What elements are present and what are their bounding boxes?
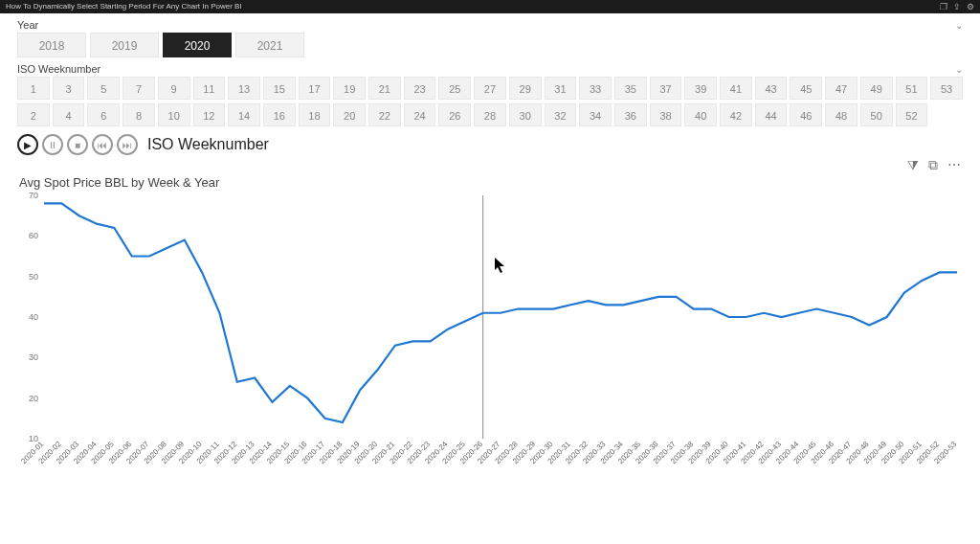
topbar-icon-1[interactable]: ❐ bbox=[940, 0, 947, 13]
year-option-2019[interactable]: 2019 bbox=[90, 33, 159, 57]
chevron-down-icon[interactable]: ⌄ bbox=[955, 64, 963, 75]
week-option-16[interactable]: 16 bbox=[263, 103, 296, 126]
line-chart: 102030405060702020-012020-022020-032020-… bbox=[17, 190, 963, 492]
week-option-27[interactable]: 27 bbox=[474, 77, 506, 100]
week-option-1[interactable]: 1 bbox=[17, 77, 50, 100]
week-option-24[interactable]: 24 bbox=[404, 103, 436, 126]
chart-title: Avg Spot Price BBL by Week & Year bbox=[19, 175, 963, 190]
week-option-23[interactable]: 23 bbox=[404, 77, 436, 100]
week-option-30[interactable]: 30 bbox=[509, 103, 542, 126]
week-option-43[interactable]: 43 bbox=[755, 77, 788, 100]
week-option-6[interactable]: 6 bbox=[87, 103, 120, 126]
week-option-9[interactable]: 9 bbox=[158, 77, 190, 100]
week-option-41[interactable]: 41 bbox=[720, 77, 752, 100]
week-option-50[interactable]: 50 bbox=[860, 103, 893, 126]
week-option-5[interactable]: 5 bbox=[87, 77, 120, 100]
week-option-31[interactable]: 31 bbox=[545, 77, 577, 100]
week-option-19[interactable]: 19 bbox=[333, 77, 366, 100]
svg-text:50: 50 bbox=[29, 272, 38, 282]
week-option-38[interactable]: 38 bbox=[650, 103, 682, 126]
week-option-46[interactable]: 46 bbox=[790, 103, 822, 126]
topbar-icon-3[interactable]: ⚙ bbox=[967, 0, 974, 13]
week-option-33[interactable]: 33 bbox=[579, 77, 612, 100]
play-icon[interactable]: ▶ bbox=[17, 134, 38, 155]
prev-icon[interactable]: ⏮ bbox=[92, 134, 113, 155]
svg-text:20: 20 bbox=[29, 394, 38, 403]
year-option-2018[interactable]: 2018 bbox=[17, 33, 86, 57]
week-option-53[interactable]: 53 bbox=[930, 77, 963, 100]
week-option-14[interactable]: 14 bbox=[228, 103, 260, 126]
svg-text:70: 70 bbox=[29, 191, 38, 200]
topbar-icon-2[interactable]: ⇪ bbox=[953, 0, 961, 13]
week-option-52[interactable]: 52 bbox=[896, 103, 928, 126]
video-title: How To Dynamically Select Starting Perio… bbox=[6, 0, 242, 13]
svg-text:30: 30 bbox=[29, 352, 38, 362]
filter-icon[interactable]: ⧩ bbox=[907, 157, 919, 173]
svg-text:60: 60 bbox=[29, 231, 38, 240]
week-option-17[interactable]: 17 bbox=[299, 77, 331, 100]
play-axis-label: ISO Weeknumber bbox=[147, 136, 269, 153]
week-slicer: 1357911131517192123252729313335373941434… bbox=[17, 77, 963, 126]
week-option-26[interactable]: 26 bbox=[438, 103, 471, 126]
week-option-20[interactable]: 20 bbox=[333, 103, 366, 126]
week-option-18[interactable]: 18 bbox=[299, 103, 331, 126]
next-icon[interactable]: ⏭ bbox=[117, 134, 138, 155]
week-option-51[interactable]: 51 bbox=[896, 77, 928, 100]
week-option-39[interactable]: 39 bbox=[684, 77, 717, 100]
svg-text:40: 40 bbox=[29, 312, 38, 322]
week-option-11[interactable]: 11 bbox=[193, 77, 226, 100]
week-option-32[interactable]: 32 bbox=[545, 103, 577, 126]
week-option-7[interactable]: 7 bbox=[122, 77, 155, 100]
year-slicer: 2018201920202021 bbox=[17, 33, 963, 57]
week-option-35[interactable]: 35 bbox=[614, 77, 647, 100]
year-option-2021[interactable]: 2021 bbox=[235, 33, 304, 57]
week-option-12[interactable]: 12 bbox=[193, 103, 226, 126]
chevron-down-icon[interactable]: ⌄ bbox=[955, 20, 963, 31]
stop-icon[interactable]: ■ bbox=[67, 134, 88, 155]
play-axis: ▶⏸■⏮⏭ ISO Weeknumber bbox=[17, 134, 963, 155]
week-option-48[interactable]: 48 bbox=[825, 103, 858, 126]
week-option-4[interactable]: 4 bbox=[53, 103, 85, 126]
week-option-40[interactable]: 40 bbox=[684, 103, 717, 126]
week-option-34[interactable]: 34 bbox=[579, 103, 612, 126]
week-option-8[interactable]: 8 bbox=[122, 103, 155, 126]
week-option-22[interactable]: 22 bbox=[368, 103, 401, 126]
pause-icon[interactable]: ⏸ bbox=[42, 134, 63, 155]
week-option-37[interactable]: 37 bbox=[650, 77, 682, 100]
week-option-47[interactable]: 47 bbox=[825, 77, 858, 100]
chart-area: 102030405060702020-012020-022020-032020-… bbox=[17, 190, 963, 492]
focus-mode-icon[interactable]: ⧉ bbox=[928, 157, 938, 173]
week-option-49[interactable]: 49 bbox=[860, 77, 893, 100]
year-slicer-header: Year ⌄ bbox=[17, 19, 963, 31]
chart-toolbar: ⧩ ⧉ ⋯ bbox=[17, 157, 963, 173]
week-option-45[interactable]: 45 bbox=[790, 77, 822, 100]
video-title-bar: How To Dynamically Select Starting Perio… bbox=[0, 0, 980, 13]
year-slicer-label: Year bbox=[17, 19, 38, 31]
week-option-29[interactable]: 29 bbox=[509, 77, 542, 100]
week-option-44[interactable]: 44 bbox=[755, 103, 788, 126]
week-slicer-header: ISO Weeknumber ⌄ bbox=[17, 63, 963, 75]
week-option-21[interactable]: 21 bbox=[368, 77, 401, 100]
year-option-2020[interactable]: 2020 bbox=[163, 33, 232, 57]
week-option-36[interactable]: 36 bbox=[614, 103, 647, 126]
week-option-25[interactable]: 25 bbox=[438, 77, 471, 100]
week-option-28[interactable]: 28 bbox=[474, 103, 506, 126]
week-slicer-label: ISO Weeknumber bbox=[17, 63, 100, 75]
week-option-42[interactable]: 42 bbox=[720, 103, 752, 126]
week-option-15[interactable]: 15 bbox=[263, 77, 296, 100]
week-option-3[interactable]: 3 bbox=[53, 77, 85, 100]
topbar-icons: ❐ ⇪ ⚙ bbox=[940, 0, 974, 13]
week-option-2[interactable]: 2 bbox=[17, 103, 50, 126]
week-option-13[interactable]: 13 bbox=[228, 77, 260, 100]
week-option-10[interactable]: 10 bbox=[158, 103, 190, 126]
more-options-icon[interactable]: ⋯ bbox=[947, 157, 961, 173]
